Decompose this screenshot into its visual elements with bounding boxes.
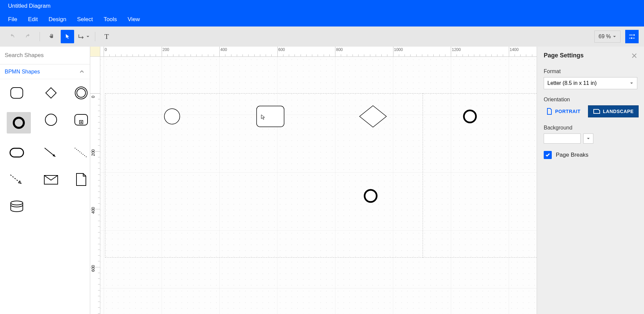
- orientation-landscape-button[interactable]: LANDSCAPE: [588, 105, 639, 117]
- app-header: Untitled Diagram File Edit Design Select…: [0, 0, 644, 27]
- svg-point-3: [77, 89, 86, 97]
- ruler-tick-label: 800: [336, 47, 343, 52]
- shapes-panel: BPMN Shapes: [0, 47, 90, 314]
- canvas-node-circle[interactable]: [164, 108, 180, 125]
- canvas-node-thick-circle[interactable]: [463, 109, 477, 124]
- menu-view[interactable]: View: [128, 16, 140, 23]
- page-portrait-icon: [546, 108, 552, 115]
- page-break-outline: [423, 93, 537, 258]
- shape-envelope[interactable]: [41, 172, 61, 187]
- canvas[interactable]: [100, 57, 537, 314]
- shape-datastore[interactable]: [7, 199, 27, 214]
- menu-edit[interactable]: Edit: [28, 16, 38, 23]
- ruler-vertical[interactable]: 0200400600: [90, 57, 100, 314]
- svg-rect-6: [75, 114, 88, 125]
- background-color-swatch[interactable]: [544, 134, 581, 144]
- shapes-category-header[interactable]: BPMN Shapes: [0, 64, 90, 79]
- svg-rect-0: [11, 88, 23, 98]
- undo-button[interactable]: [5, 30, 19, 43]
- svg-point-20: [365, 190, 377, 202]
- svg-rect-10: [10, 148, 23, 157]
- canvas-node-thick-circle[interactable]: [363, 189, 378, 203]
- shape-arrow-dashed[interactable]: [7, 172, 27, 187]
- svg-marker-18: [360, 106, 386, 127]
- chevron-down-icon: [630, 81, 634, 85]
- shape-sub-process[interactable]: [71, 112, 91, 127]
- shape-circle[interactable]: [41, 112, 61, 127]
- menu-select[interactable]: Select: [77, 16, 93, 23]
- canvas-node-rounded-rect[interactable]: [256, 105, 285, 127]
- panel-title: Page Settings: [544, 52, 584, 59]
- ruler-corner: [90, 47, 100, 57]
- canvas-node-diamond[interactable]: [359, 105, 387, 128]
- svg-point-15: [11, 201, 23, 205]
- chevron-down-icon: [86, 35, 90, 38]
- page-breaks-checkbox[interactable]: [544, 151, 552, 159]
- background-color-picker-button[interactable]: [583, 134, 593, 144]
- close-panel-button[interactable]: [631, 53, 637, 59]
- ruler-tick-label: 1000: [394, 47, 403, 52]
- svg-point-5: [45, 114, 57, 125]
- zoom-value: 69 %: [599, 34, 611, 40]
- ruler-tick-label: 1400: [510, 47, 519, 52]
- shape-diamond[interactable]: [41, 85, 61, 101]
- menu-bar: File Edit Design Select Tools View: [0, 12, 644, 27]
- undo-icon: [9, 33, 15, 40]
- pointer-tool-button[interactable]: [61, 30, 74, 43]
- toolbar-separator: [40, 32, 40, 41]
- ruler-horizontal[interactable]: 0200400600800100012001400: [100, 47, 537, 57]
- ruler-tick-label: 0: [105, 47, 107, 52]
- menu-design[interactable]: Design: [49, 16, 66, 23]
- canvas-area: 0200400600800100012001400 0200400600: [90, 47, 537, 314]
- zoom-selector[interactable]: 69 %: [594, 31, 621, 43]
- svg-point-4: [14, 118, 24, 128]
- svg-line-12: [75, 148, 87, 157]
- chevron-down-icon: [586, 137, 590, 141]
- redo-icon: [25, 33, 32, 40]
- document-title[interactable]: Untitled Diagram: [8, 3, 51, 9]
- cursor-icon: [261, 114, 266, 120]
- category-label: BPMN Shapes: [5, 69, 40, 75]
- shape-rounded-rectangle[interactable]: [7, 85, 27, 101]
- shape-thick-circle[interactable]: [7, 112, 31, 134]
- menu-file[interactable]: File: [8, 16, 17, 23]
- ruler-tick-label: 600: [91, 265, 96, 271]
- shape-arrow-dotted[interactable]: [71, 145, 91, 160]
- ruler-tick-label: 1200: [452, 47, 461, 52]
- format-select[interactable]: Letter (8.5 in x 11 in): [544, 77, 637, 89]
- background-label: Background: [544, 125, 637, 131]
- shape-page[interactable]: [71, 172, 91, 187]
- close-icon: [631, 53, 637, 59]
- settings-toggle-button[interactable]: [625, 30, 639, 43]
- shape-double-circle[interactable]: [71, 85, 91, 101]
- page-settings-panel: Page Settings Format Letter (8.5 in x 11…: [537, 47, 644, 314]
- menu-tools[interactable]: Tools: [104, 16, 117, 23]
- pan-tool-button[interactable]: [45, 30, 58, 43]
- svg-line-13: [10, 175, 21, 184]
- text-tool-button[interactable]: T: [100, 30, 113, 43]
- search-shapes-input[interactable]: [5, 52, 85, 59]
- page-breaks-label: Page Breaks: [556, 152, 588, 158]
- svg-point-19: [464, 110, 476, 122]
- orientation-portrait-button[interactable]: PORTRAIT: [544, 105, 583, 117]
- connector-icon: [77, 33, 86, 40]
- ruler-tick-label: 400: [91, 207, 96, 214]
- hand-icon: [48, 33, 55, 40]
- redo-button[interactable]: [21, 30, 35, 43]
- shape-terminator[interactable]: [7, 145, 27, 160]
- format-label: Format: [544, 68, 637, 74]
- svg-rect-1: [46, 88, 56, 98]
- svg-point-16: [164, 109, 180, 124]
- chevron-down-icon: [613, 35, 616, 38]
- sliders-icon: [628, 33, 636, 40]
- pointer-icon: [64, 33, 71, 40]
- connector-tool-button[interactable]: [77, 30, 90, 43]
- page-landscape-icon: [593, 108, 600, 114]
- check-icon: [545, 152, 550, 158]
- ruler-tick-label: 200: [163, 47, 169, 52]
- chevron-up-icon: [79, 69, 85, 74]
- ruler-tick-label: 200: [91, 149, 96, 156]
- shape-arrow-solid[interactable]: [41, 145, 61, 160]
- ruler-tick-label: 400: [220, 47, 227, 52]
- format-value: Letter (8.5 in x 11 in): [547, 80, 597, 86]
